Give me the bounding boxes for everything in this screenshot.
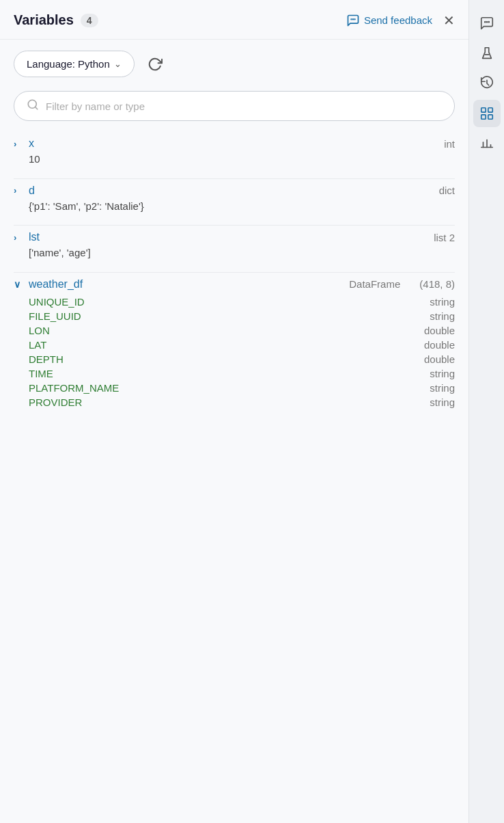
svg-rect-11 xyxy=(481,115,485,119)
svg-rect-10 xyxy=(488,108,492,112)
expand-chevron-d[interactable]: › xyxy=(14,185,23,195)
df-col-row: PLATFORM_NAME string xyxy=(29,381,455,395)
search-placeholder: Filter by name or type xyxy=(46,100,145,112)
send-feedback-button[interactable]: Send feedback xyxy=(346,14,432,27)
variable-name-lst: lst xyxy=(29,231,40,243)
chevron-down-icon: ⌄ xyxy=(114,59,122,69)
variable-type-lst: list 2 xyxy=(434,232,455,243)
variable-type-d: dict xyxy=(439,185,455,196)
variable-type-weather-df: DataFrame xyxy=(349,278,400,290)
variable-type-x: int xyxy=(444,138,455,150)
expand-chevron-weather-df[interactable]: ∨ xyxy=(14,279,23,290)
expand-chevron-lst[interactable]: › xyxy=(14,232,23,243)
variables-icon xyxy=(479,106,494,121)
expand-chevron-x[interactable]: › xyxy=(14,139,23,149)
variable-name-d: d xyxy=(29,185,35,197)
variable-name-x: x xyxy=(29,137,34,150)
svg-point-7 xyxy=(488,22,489,23)
search-icon xyxy=(27,98,39,113)
refresh-button[interactable] xyxy=(143,52,167,77)
sidebar-icon-history[interactable] xyxy=(473,70,501,97)
variable-value-lst: ['name', 'age'] xyxy=(14,245,455,261)
df-col-row: UNIQUE_ID string xyxy=(29,295,455,309)
panel-header: Variables 4 Send feedback ✕ xyxy=(0,0,468,40)
svg-line-4 xyxy=(35,107,37,109)
search-box[interactable]: Filter by name or type xyxy=(14,91,455,121)
panel-title: Variables xyxy=(14,12,74,28)
divider-3 xyxy=(14,272,455,273)
history-icon xyxy=(479,76,494,91)
refresh-icon xyxy=(148,57,163,72)
variable-entry-x: › x int 10 xyxy=(14,137,455,167)
divider-2 xyxy=(14,225,455,226)
df-col-row: TIME string xyxy=(29,366,455,381)
flask-icon xyxy=(479,46,494,61)
variable-entry-weather-df: ∨ weather_df DataFrame (418, 8) UNIQUE_I… xyxy=(14,278,455,409)
right-sidebar xyxy=(468,0,504,823)
dataframe-columns: UNIQUE_ID string FILE_UUID string LON do… xyxy=(14,295,455,409)
svg-point-0 xyxy=(351,18,352,19)
search-area: Filter by name or type xyxy=(0,83,468,132)
variable-entry-d: › d dict {'p1': 'Sam', 'p2': 'Natalie'} xyxy=(14,185,455,215)
variable-count-badge: 4 xyxy=(81,14,98,27)
close-button[interactable]: ✕ xyxy=(443,14,455,27)
sidebar-icon-variables[interactable] xyxy=(473,100,501,127)
variable-value-d: {'p1': 'Sam', 'p2': 'Natalie'} xyxy=(14,199,455,215)
df-col-row: FILE_UUID string xyxy=(29,309,455,323)
df-col-row: DEPTH double xyxy=(29,352,455,366)
svg-rect-9 xyxy=(481,108,485,112)
variable-value-x: 10 xyxy=(14,152,455,167)
chart-icon xyxy=(479,136,494,151)
svg-point-1 xyxy=(353,18,354,19)
language-dropdown[interactable]: Language: Python ⌄ xyxy=(14,51,135,77)
controls-bar: Language: Python ⌄ xyxy=(0,40,468,83)
df-col-row: LON double xyxy=(29,323,455,338)
divider-1 xyxy=(14,178,455,179)
svg-point-2 xyxy=(354,18,355,19)
sidebar-icon-chat[interactable] xyxy=(473,10,501,37)
sidebar-icon-chart[interactable] xyxy=(473,130,501,157)
variable-entry-lst: › lst list 2 ['name', 'age'] xyxy=(14,231,455,261)
df-col-row: PROVIDER string xyxy=(29,395,455,409)
sidebar-icon-flask[interactable] xyxy=(473,40,501,67)
df-col-row: LAT double xyxy=(29,338,455,352)
svg-point-5 xyxy=(484,22,485,23)
variables-list: › x int 10 › d dict {'p1': 'Sam', 'p2': … xyxy=(0,132,468,426)
variable-name-weather-df: weather_df xyxy=(29,278,83,291)
svg-rect-12 xyxy=(488,115,492,119)
svg-point-6 xyxy=(486,22,487,23)
chat-icon xyxy=(479,16,494,31)
variable-shape-weather-df: (418, 8) xyxy=(419,278,455,290)
feedback-icon xyxy=(346,14,360,27)
